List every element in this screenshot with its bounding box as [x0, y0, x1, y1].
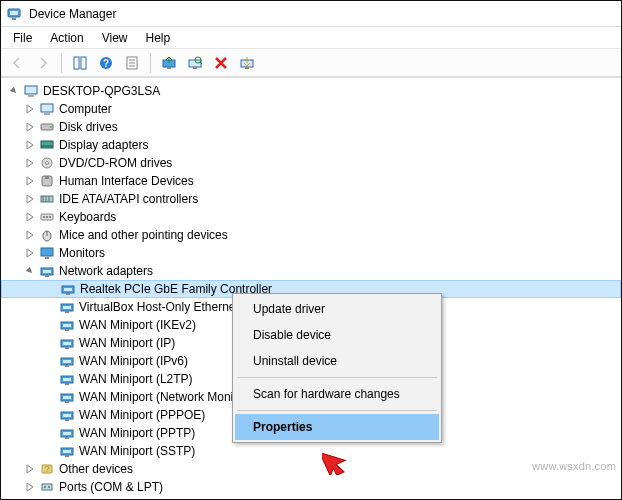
tree-device-label: WAN Miniport (PPTP): [79, 426, 195, 440]
svg-rect-71: [63, 432, 71, 435]
expand-icon[interactable]: [23, 156, 37, 170]
svg-rect-78: [42, 484, 52, 490]
expand-icon[interactable]: [23, 120, 37, 134]
forward-button: [31, 51, 55, 75]
collapse-icon[interactable]: [23, 264, 37, 278]
tree-device-label: WAN Miniport (L2TP): [79, 372, 193, 386]
svg-rect-63: [65, 383, 69, 385]
expand-icon[interactable]: [23, 192, 37, 206]
back-button: [5, 51, 29, 75]
svg-rect-44: [43, 270, 51, 273]
tree-node-ports[interactable]: Ports (COM & LPT): [1, 478, 621, 496]
svg-rect-37: [46, 216, 48, 218]
ports-icon: [39, 479, 55, 495]
tree-node-mice[interactable]: Mice and other pointing devices: [1, 226, 621, 244]
show-hide-tree-button[interactable]: [68, 51, 92, 75]
menubar: File Action View Help: [1, 27, 621, 49]
svg-rect-14: [193, 67, 197, 69]
menu-action[interactable]: Action: [42, 29, 91, 47]
svg-rect-51: [65, 311, 69, 313]
tree-label: Monitors: [59, 246, 105, 260]
expand-icon[interactable]: [23, 480, 37, 494]
tree-node-ide[interactable]: IDE ATA/ATAPI controllers: [1, 190, 621, 208]
svg-rect-65: [63, 396, 71, 399]
tree-device-label: WAN Miniport (IPv6): [79, 354, 188, 368]
expand-icon[interactable]: [23, 138, 37, 152]
scan-hardware-button[interactable]: [183, 51, 207, 75]
hid-icon: [39, 173, 55, 189]
tree-device-item[interactable]: WAN Miniport (SSTP): [1, 442, 621, 460]
tree-label: Display adapters: [59, 138, 148, 152]
tree-node-disk-drives[interactable]: Disk drives: [1, 118, 621, 136]
svg-rect-41: [41, 248, 53, 256]
svg-rect-54: [65, 329, 69, 331]
expand-icon[interactable]: [23, 210, 37, 224]
ctx-disable-device[interactable]: Disable device: [235, 322, 439, 348]
ctx-update-driver[interactable]: Update driver: [235, 296, 439, 322]
disable-button[interactable]: [235, 51, 259, 75]
svg-rect-12: [167, 67, 171, 69]
computer-icon: [39, 101, 55, 117]
tree-node-hid[interactable]: Human Interface Devices: [1, 172, 621, 190]
svg-rect-53: [63, 324, 71, 327]
svg-rect-18: [245, 67, 249, 69]
network-adapter-icon: [59, 371, 75, 387]
toolbar-separator: [61, 53, 62, 73]
network-adapter-icon: [60, 281, 76, 297]
display-icon: [39, 137, 55, 153]
tree-node-computer[interactable]: Computer: [1, 100, 621, 118]
ctx-separator: [237, 377, 437, 378]
tree-node-dvd[interactable]: DVD/CD-ROM drives: [1, 154, 621, 172]
tree-device-label: WAN Miniport (IKEv2): [79, 318, 196, 332]
svg-rect-36: [43, 216, 45, 218]
window-title: Device Manager: [29, 7, 116, 21]
tree-label: DVD/CD-ROM drives: [59, 156, 172, 170]
properties-button[interactable]: [120, 51, 144, 75]
tree-node-monitors[interactable]: Monitors: [1, 244, 621, 262]
collapse-icon[interactable]: [7, 84, 21, 98]
svg-rect-68: [63, 414, 71, 417]
network-adapter-icon: [59, 299, 75, 315]
watermark: www.wsxdn.com: [532, 460, 616, 472]
tree-label: Computer: [59, 102, 112, 116]
expand-icon[interactable]: [23, 246, 37, 260]
update-driver-button[interactable]: [157, 51, 181, 75]
menu-view[interactable]: View: [94, 29, 136, 47]
tree-node-display-adapters[interactable]: Display adapters: [1, 136, 621, 154]
context-menu: Update driver Disable device Uninstall d…: [232, 293, 442, 443]
menu-help[interactable]: Help: [138, 29, 179, 47]
ctx-uninstall-device[interactable]: Uninstall device: [235, 348, 439, 374]
svg-text:?: ?: [103, 58, 109, 69]
svg-rect-30: [45, 176, 49, 179]
tree-device-label: WAN Miniport (SSTP): [79, 444, 195, 458]
tree-node-network[interactable]: Network adapters: [1, 262, 621, 280]
svg-rect-25: [41, 141, 53, 148]
svg-rect-62: [63, 378, 71, 381]
uninstall-button[interactable]: [209, 51, 233, 75]
tree-device-label: WAN Miniport (IP): [79, 336, 175, 350]
svg-rect-4: [81, 57, 86, 69]
tree-node-other[interactable]: ? Other devices: [1, 460, 621, 478]
menu-file[interactable]: File: [5, 29, 40, 47]
tree-label: Mice and other pointing devices: [59, 228, 228, 242]
other-icon: ?: [39, 461, 55, 477]
toolbar-separator: [150, 53, 151, 73]
tree-device-label: WAN Miniport (Network Monitor): [79, 390, 251, 404]
computer-icon: [23, 83, 39, 99]
svg-rect-42: [45, 257, 49, 259]
help-button[interactable]: ?: [94, 51, 118, 75]
network-adapter-icon: [59, 353, 75, 369]
ctx-scan-hardware[interactable]: Scan for hardware changes: [235, 381, 439, 407]
cursor-arrow-icon: [322, 435, 358, 475]
tree-root-label: DESKTOP-QPG3LSA: [43, 84, 160, 98]
expand-icon[interactable]: [23, 174, 37, 188]
tree-root[interactable]: DESKTOP-QPG3LSA: [1, 82, 621, 100]
svg-point-28: [46, 162, 49, 165]
expand-icon[interactable]: [23, 102, 37, 116]
expand-icon[interactable]: [23, 228, 37, 242]
tree-label: Other devices: [59, 462, 133, 476]
ctx-properties-label: Properties: [253, 420, 312, 434]
titlebar: Device Manager: [1, 1, 621, 27]
expand-icon[interactable]: [23, 462, 37, 476]
tree-node-keyboards[interactable]: Keyboards: [1, 208, 621, 226]
